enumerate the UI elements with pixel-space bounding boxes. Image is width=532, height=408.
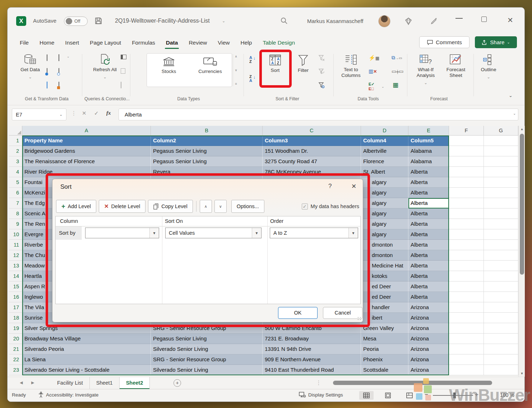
cell[interactable]: Arizona: [408, 313, 449, 323]
existing-connections-icon[interactable]: [59, 82, 59, 88]
menu-tab-insert[interactable]: Insert: [60, 37, 84, 50]
menu-tab-home[interactable]: Home: [34, 37, 60, 50]
cell[interactable]: [449, 177, 484, 188]
zoom-level[interactable]: 100 %: [500, 392, 514, 398]
cell[interactable]: SRG - Senior Resource Group: [151, 323, 263, 334]
properties-icon[interactable]: [121, 68, 125, 74]
row-number[interactable]: 11: [9, 240, 22, 250]
cell[interactable]: algary: [361, 229, 408, 240]
cell[interactable]: 3275 County Road 47: [263, 156, 361, 167]
cell[interactable]: Alabama: [408, 146, 449, 156]
cell[interactable]: [484, 250, 518, 261]
cell[interactable]: [449, 219, 484, 229]
row-number[interactable]: 19: [9, 323, 22, 334]
confirm-entry-icon[interactable]: ✓: [94, 110, 99, 116]
display-settings-icon[interactable]: [299, 391, 306, 398]
order-select[interactable]: A to Z ▼: [270, 228, 358, 238]
maximize-button[interactable]: [481, 17, 487, 22]
cell[interactable]: [484, 240, 518, 250]
cell[interactable]: [484, 354, 518, 365]
move-up-button[interactable]: ∧: [200, 200, 212, 213]
cell[interactable]: [449, 302, 484, 313]
cell[interactable]: La Siena: [22, 354, 151, 365]
cell[interactable]: Alabama: [408, 156, 449, 167]
zoom-slider-track[interactable]: [433, 395, 473, 396]
add-level-button[interactable]: + Add Level: [56, 200, 96, 213]
normal-view-button[interactable]: [359, 391, 374, 400]
row-number[interactable]: 23: [9, 365, 22, 375]
menu-tab-file[interactable]: File: [14, 37, 34, 50]
cell[interactable]: [484, 302, 518, 313]
save-icon[interactable]: [94, 17, 103, 25]
cell[interactable]: Green Valley: [361, 323, 408, 334]
cell[interactable]: Pegasus Senior Living: [151, 156, 263, 167]
cell[interactable]: [449, 208, 484, 219]
headers-checkbox-group[interactable]: ✓ My data has headers: [302, 203, 359, 210]
clear-filter-icon[interactable]: [318, 55, 325, 61]
scroll-down-icon[interactable]: ▼: [519, 370, 525, 377]
cell[interactable]: [484, 292, 518, 302]
cell[interactable]: dmonton: [361, 250, 408, 261]
cell[interactable]: Mesa: [361, 334, 408, 344]
row-number[interactable]: 18: [9, 313, 22, 323]
cell[interactable]: Arizona: [408, 323, 449, 334]
cell[interactable]: [449, 240, 484, 250]
row-number[interactable]: 12: [9, 250, 22, 261]
cell[interactable]: [449, 344, 484, 354]
column-header-F[interactable]: F: [449, 126, 484, 136]
column-header-B[interactable]: B: [151, 126, 263, 136]
row-number[interactable]: 14: [9, 271, 22, 281]
vertical-scrollbar[interactable]: ▲ ▼: [518, 126, 525, 377]
cell[interactable]: [484, 156, 518, 167]
row-number[interactable]: 20: [9, 334, 22, 344]
cell[interactable]: Silverado Peoria: [22, 344, 151, 354]
cell[interactable]: Alberta: [408, 271, 449, 281]
stocks-button[interactable]: Stocks: [153, 56, 185, 74]
cell[interactable]: River Ridge: [22, 167, 151, 177]
sort-za-button[interactable]: ZA↓: [249, 75, 255, 83]
cell[interactable]: Silver Springs: [22, 323, 151, 334]
cell[interactable]: Arizona: [408, 302, 449, 313]
cell[interactable]: Alberta: [408, 261, 449, 271]
menu-tab-data[interactable]: Data: [161, 37, 184, 50]
data-model-icon[interactable]: ▦: [393, 81, 398, 89]
cell[interactable]: [449, 334, 484, 344]
row-number[interactable]: 16: [9, 292, 22, 302]
formula-input[interactable]: Alberta: [119, 109, 518, 120]
cell[interactable]: [449, 313, 484, 323]
cell[interactable]: Peoria: [361, 344, 408, 354]
cell[interactable]: ed Deer: [361, 292, 408, 302]
row-number[interactable]: 15: [9, 281, 22, 292]
dropdown-chevron-icon[interactable]: ▼: [252, 228, 261, 238]
status-display-settings[interactable]: Display Settings: [308, 392, 343, 398]
cell[interactable]: Bridgewood Gardens: [22, 146, 151, 156]
cell[interactable]: [484, 188, 518, 198]
tab-nav-right-icon[interactable]: ▶: [31, 380, 34, 385]
cell[interactable]: Revera: [151, 167, 263, 177]
cell[interactable]: [484, 313, 518, 323]
zoom-slider-handle[interactable]: [453, 393, 456, 398]
cell[interactable]: [484, 261, 518, 271]
recent-sources-icon[interactable]: [59, 68, 59, 75]
cell[interactable]: St. Albert: [361, 167, 408, 177]
zoom-out-icon[interactable]: −: [425, 391, 428, 398]
delete-level-button[interactable]: ✕ Delete Level: [99, 200, 145, 213]
advanced-filter-icon[interactable]: [318, 82, 325, 88]
collapse-ribbon-icon[interactable]: ⌄: [509, 93, 513, 98]
resize-grip[interactable]: [357, 316, 361, 321]
cell[interactable]: Column5: [408, 136, 449, 146]
gallery-scroll-strip[interactable]: ∧∨≡: [233, 54, 239, 86]
formula-bar-dots-icon[interactable]: ⋮: [71, 110, 77, 116]
status-accessibility[interactable]: Accessibility: Investigate: [46, 392, 98, 398]
options-button[interactable]: Options...: [231, 200, 264, 213]
cell[interactable]: ibert: [361, 313, 408, 323]
accessibility-icon[interactable]: [38, 391, 44, 398]
cell[interactable]: Alberta: [408, 167, 449, 177]
cell[interactable]: [449, 188, 484, 198]
queries-connections-icon[interactable]: [121, 55, 126, 59]
from-text-icon[interactable]: [47, 55, 47, 61]
cell[interactable]: algary: [361, 177, 408, 188]
cell[interactable]: 9410 East Thunderbird Road: [263, 365, 361, 375]
cell[interactable]: Arizona: [408, 354, 449, 365]
row-number[interactable]: 17: [9, 302, 22, 313]
